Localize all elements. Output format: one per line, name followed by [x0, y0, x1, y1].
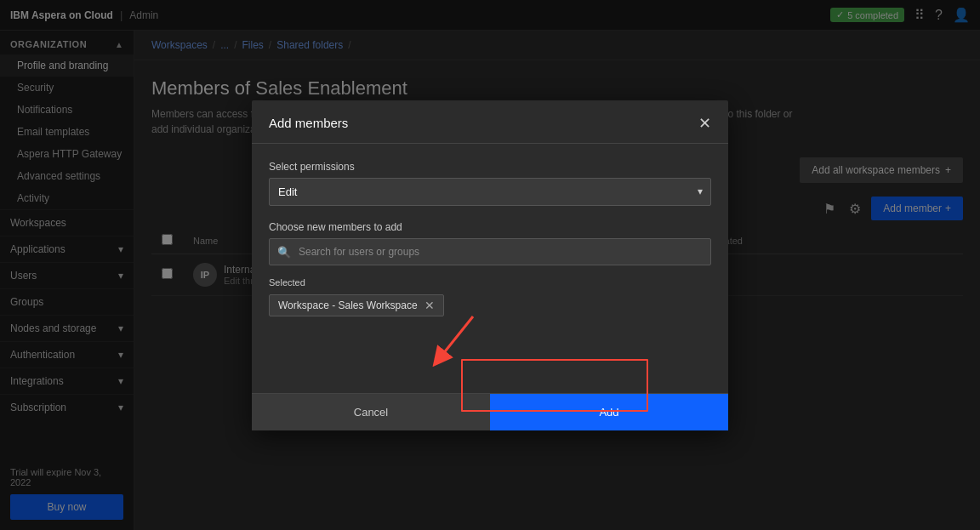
add-button[interactable]: Add	[490, 394, 728, 430]
add-members-modal: Add members ✕ Select permissions Edit Vi…	[252, 100, 728, 430]
modal-close-button[interactable]: ✕	[698, 114, 711, 133]
permissions-label: Select permissions	[269, 161, 711, 173]
modal-title: Add members	[269, 116, 348, 130]
selected-tag: Workspace - Sales Workspace ✕	[269, 294, 444, 316]
cancel-button[interactable]: Cancel	[252, 394, 490, 430]
search-input[interactable]	[269, 238, 711, 265]
search-wrapper: 🔍	[269, 238, 711, 265]
search-label: Choose new members to add	[269, 221, 711, 233]
modal-body: Select permissions Edit View Download ▾ …	[252, 144, 728, 393]
selected-label: Selected	[269, 277, 711, 288]
close-icon: ✕	[698, 115, 711, 132]
modal-overlay: Add members ✕ Select permissions Edit Vi…	[0, 0, 980, 530]
arrow-annotation	[422, 308, 524, 376]
arrow-area	[269, 325, 711, 376]
permissions-select[interactable]: Edit View Download	[269, 178, 711, 206]
modal-footer: Cancel Add	[252, 393, 728, 430]
svg-line-1	[439, 316, 473, 359]
permissions-select-wrapper: Edit View Download ▾	[269, 178, 711, 206]
modal-header: Add members ✕	[252, 100, 728, 144]
